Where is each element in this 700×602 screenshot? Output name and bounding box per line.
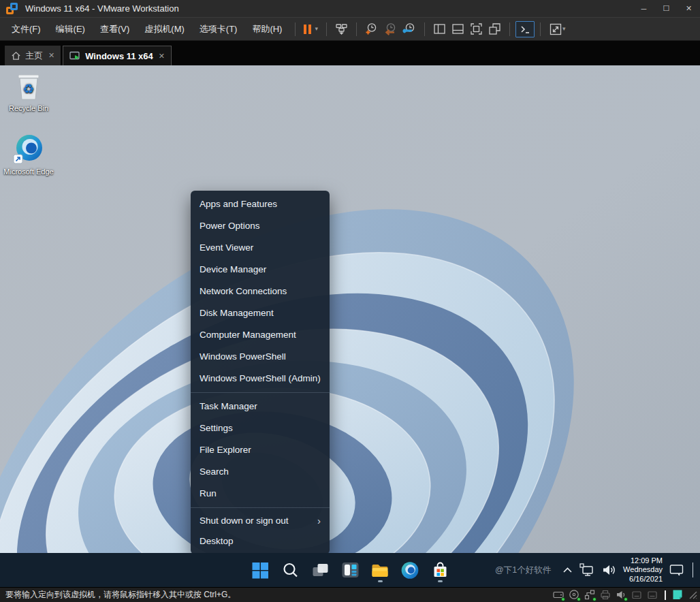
task-view-icon (311, 561, 329, 579)
windows11-bloom-wallpaper (0, 65, 700, 587)
menu-item-file-explorer[interactable]: File Explorer (191, 439, 330, 461)
vm-display[interactable]: ♻ Recycle Bin (0, 65, 700, 587)
menu-item-apps-and-features[interactable]: Apps and Features (191, 193, 330, 215)
menu-view[interactable]: 查看(V) (93, 18, 137, 40)
fullscreen-button[interactable] (467, 20, 486, 39)
sound-device-icon[interactable] (616, 589, 627, 601)
toolbar-separator (295, 22, 296, 36)
tray-chevron-up-icon[interactable] (562, 566, 573, 574)
menu-item-event-viewer[interactable]: Event Viewer (191, 237, 330, 259)
menu-item-network-connections[interactable]: Network Connections (191, 281, 330, 302)
clock-time: 12:09 PM (623, 556, 663, 566)
home-icon (11, 50, 21, 61)
window-title: Windows 11 x64 - VMware Workstation (25, 3, 179, 14)
vmware-logo-blue-square (10, 3, 18, 10)
network-adapter-device-icon[interactable] (584, 589, 596, 601)
start-button[interactable] (251, 557, 270, 583)
file-explorer-button[interactable] (371, 557, 389, 583)
vmware-workstation-window: Windows 11 x64 - VMware Workstation ─ ☐ … (0, 0, 700, 602)
unity-mode-button[interactable] (486, 20, 504, 39)
free-stretch-button[interactable]: ▾ (546, 20, 569, 39)
menu-file[interactable]: 文件(F) (4, 18, 48, 40)
tab-windows-11-x64[interactable]: Windows 11 x64 ✕ (63, 46, 172, 65)
desktop-icon-label: Microsoft Edge (2, 168, 55, 176)
search-button[interactable] (281, 557, 300, 583)
menu-item-label: Shut down or sign out (200, 511, 289, 531)
toolbar-separator (509, 22, 510, 36)
recycle-bin-icon: ♻ (2, 70, 55, 101)
winx-context-menu: Apps and Features Power Options Event Vi… (191, 191, 330, 554)
chevron-down-icon[interactable]: ▾ (315, 26, 318, 32)
device-connected-dot (561, 597, 565, 601)
menu-item-windows-powershell-admin[interactable]: Windows PowerShell (Admin) (191, 368, 330, 390)
vmware-statusbar: 要将输入定向到该虚拟机，请将鼠标指针移入其中或按 Ctrl+G。 (0, 587, 700, 602)
take-snapshot-button[interactable] (362, 20, 381, 39)
menu-item-task-manager[interactable]: Task Manager (191, 396, 330, 417)
menu-item-device-manager[interactable]: Device Manager (191, 259, 330, 281)
search-icon (282, 562, 298, 578)
close-tab-icon[interactable]: ✕ (48, 51, 54, 60)
menu-tabs[interactable]: 选项卡(T) (192, 18, 245, 40)
free-stretch-icon (549, 22, 562, 36)
close-tab-icon[interactable]: ✕ (159, 52, 165, 61)
chevron-down-icon[interactable]: ▾ (562, 26, 566, 32)
resize-grip[interactable] (688, 590, 698, 600)
thumbnail-bar-icon (451, 22, 464, 35)
edge-icon (2, 133, 55, 165)
show-library-button[interactable] (430, 20, 449, 39)
edge-button[interactable] (401, 557, 419, 583)
edge-icon (401, 561, 419, 580)
close-button[interactable]: ✕ (678, 0, 700, 17)
taskbar-center-icons (251, 553, 449, 587)
notification-center-icon[interactable] (669, 563, 684, 577)
menu-item-search[interactable]: Search (191, 461, 330, 483)
menu-help[interactable]: 帮助(H) (244, 18, 289, 40)
virtual-console-button[interactable] (515, 21, 535, 37)
file-explorer-icon (371, 562, 389, 578)
system-tray: 12:09 PM Wednesday 6/16/2021 (562, 553, 693, 587)
task-view-button[interactable] (311, 557, 330, 583)
show-thumbnail-bar-button[interactable] (449, 20, 467, 39)
menu-edit[interactable]: 编辑(E) (48, 18, 93, 40)
pause-vm-button[interactable]: ▾ (301, 20, 321, 39)
tab-home[interactable]: 主页 ✕ (5, 46, 61, 65)
tab-label: 主页 (25, 50, 43, 62)
menu-item-power-options[interactable]: Power Options (191, 215, 330, 237)
menu-item-run[interactable]: Run (191, 483, 330, 505)
menu-item-windows-powershell[interactable]: Windows PowerShell (191, 346, 330, 368)
microsoft-store-button[interactable] (431, 557, 449, 583)
microsoft-store-icon (431, 561, 449, 579)
manage-snapshots-button[interactable] (400, 20, 419, 39)
toolbar-separator (540, 22, 541, 36)
hard-disk-device-icon[interactable] (553, 589, 564, 601)
console-icon (520, 24, 530, 35)
vmware-tools-message-icon[interactable] (672, 589, 684, 601)
widgets-button[interactable] (341, 557, 360, 583)
volume-icon[interactable] (602, 564, 616, 576)
usb-device-icon[interactable] (631, 589, 643, 601)
menu-item-shut-down-or-sign-out[interactable]: Shut down or sign out › (191, 511, 330, 531)
menu-item-settings[interactable]: Settings (191, 417, 330, 439)
maximize-button[interactable]: ☐ (655, 0, 678, 17)
menu-item-disk-management[interactable]: Disk Management (191, 302, 330, 324)
desktop-icon-microsoft-edge[interactable]: Microsoft Edge (2, 133, 55, 176)
widgets-icon (341, 561, 359, 579)
revert-snapshot-button[interactable] (381, 20, 400, 39)
menu-item-desktop[interactable]: Desktop (191, 531, 330, 552)
printer-device-icon[interactable] (600, 589, 611, 601)
cd-dvd-device-icon[interactable] (569, 589, 580, 601)
show-desktop-button[interactable] (693, 563, 693, 577)
submenu-chevron-icon: › (317, 511, 321, 531)
network-icon[interactable] (579, 563, 595, 577)
taskbar-clock[interactable]: 12:09 PM Wednesday 6/16/2021 (623, 556, 663, 584)
ctrl-alt-del-icon (335, 22, 348, 35)
toolbar-separator (326, 22, 327, 36)
desktop-icon-recycle-bin[interactable]: ♻ Recycle Bin (2, 70, 55, 113)
manage-snapshots-icon (402, 22, 416, 35)
minimize-button[interactable]: ─ (633, 0, 655, 17)
menu-item-computer-management[interactable]: Computer Management (191, 324, 330, 346)
menu-vm[interactable]: 虚拟机(M) (137, 18, 192, 40)
send-ctrl-alt-del-button[interactable] (332, 20, 351, 39)
device-connected-dot (577, 597, 581, 601)
usb-device-2-icon[interactable] (647, 589, 658, 601)
